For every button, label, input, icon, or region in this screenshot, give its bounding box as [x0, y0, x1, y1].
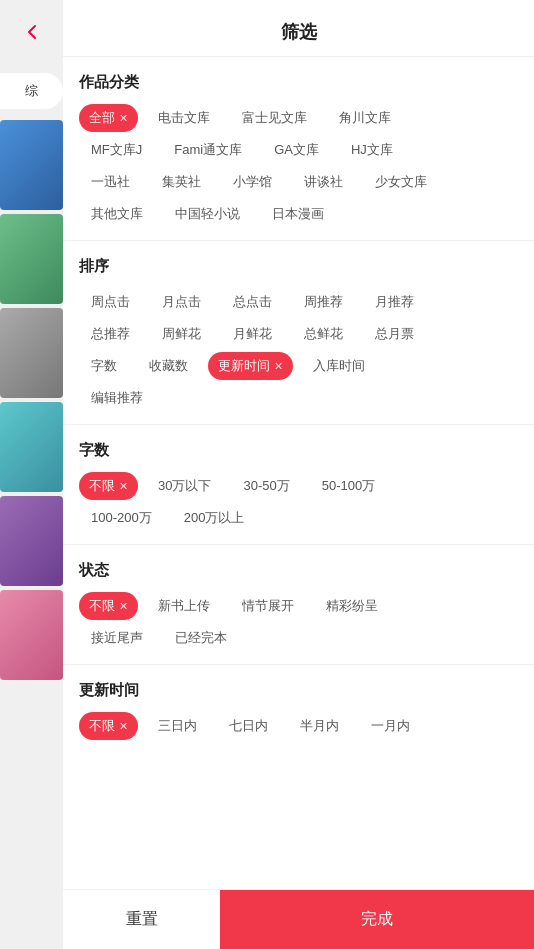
section-status: 状态 不限 ✕ 新书上传 情节展开 精彩纷呈 接近尾声 已经完本: [79, 545, 518, 664]
sidebar-card[interactable]: [0, 402, 63, 492]
section-title-update-time: 更新时间: [79, 681, 518, 700]
section-words: 字数 不限 ✕ 30万以下 30-50万 50-100万 100-200万 20…: [79, 425, 518, 544]
sidebar-card[interactable]: [0, 590, 63, 680]
words-tags-row1: 不限 ✕ 30万以下 30-50万 50-100万: [79, 472, 518, 500]
tag-三日内[interactable]: 三日内: [146, 712, 209, 740]
tag-情节展开[interactable]: 情节展开: [230, 592, 306, 620]
tag-50-100万[interactable]: 50-100万: [310, 472, 387, 500]
category-tags-row3: 一迅社 集英社 小学馆 讲谈社 少女文库: [79, 168, 518, 196]
tag-总鲜花[interactable]: 总鲜花: [292, 320, 355, 348]
tag-HJ文库[interactable]: HJ文库: [339, 136, 405, 164]
tag-少女文库[interactable]: 少女文库: [363, 168, 439, 196]
confirm-button[interactable]: 完成: [220, 890, 534, 949]
section-title-sort: 排序: [79, 257, 518, 276]
tag-MF文库J[interactable]: MF文库J: [79, 136, 154, 164]
sort-tags-row3: 字数 收藏数 更新时间 ✕ 入库时间: [79, 352, 518, 380]
tag-月推荐[interactable]: 月推荐: [363, 288, 426, 316]
tag-七日内[interactable]: 七日内: [217, 712, 280, 740]
tag-日本漫画[interactable]: 日本漫画: [260, 200, 336, 228]
tag-字数不限[interactable]: 不限 ✕: [79, 472, 138, 500]
reset-button[interactable]: 重置: [63, 890, 220, 949]
filter-panel: 筛选 作品分类 全部 ✕ 电击文库 富士见文库 角川文库 MF文库J Fami通…: [63, 0, 534, 949]
tag-富士见文库[interactable]: 富士见文库: [230, 104, 319, 132]
sort-tags-row1: 周点击 月点击 总点击 周推荐 月推荐: [79, 288, 518, 316]
tag-集英社[interactable]: 集英社: [150, 168, 213, 196]
sort-tags-row2: 总推荐 周鲜花 月鲜花 总鲜花 总月票: [79, 320, 518, 348]
tag-总点击[interactable]: 总点击: [221, 288, 284, 316]
tag-总月票[interactable]: 总月票: [363, 320, 426, 348]
category-tags-row1: 全部 ✕ 电击文库 富士见文库 角川文库: [79, 104, 518, 132]
category-tags-row2: MF文库J Fami通文库 GA文库 HJ文库: [79, 136, 518, 164]
tag-接近尾声[interactable]: 接近尾声: [79, 624, 155, 652]
tag-已经完本[interactable]: 已经完本: [163, 624, 239, 652]
tag-入库时间[interactable]: 入库时间: [301, 352, 377, 380]
tag-字数[interactable]: 字数: [79, 352, 129, 380]
tag-GA文库[interactable]: GA文库: [262, 136, 331, 164]
status-tags-row1: 不限 ✕ 新书上传 情节展开 精彩纷呈: [79, 592, 518, 620]
tag-全部[interactable]: 全部 ✕: [79, 104, 138, 132]
tag-电击文库[interactable]: 电击文库: [146, 104, 222, 132]
section-category: 作品分类 全部 ✕ 电击文库 富士见文库 角川文库 MF文库J Fami通文库 …: [79, 57, 518, 240]
update-time-tags-row1: 不限 ✕ 三日内 七日内 半月内 一月内: [79, 712, 518, 740]
status-tags-row2: 接近尾声 已经完本: [79, 624, 518, 652]
back-button[interactable]: [18, 18, 46, 46]
sidebar-card[interactable]: [0, 496, 63, 586]
section-title-status: 状态: [79, 561, 518, 580]
sidebar: 综: [0, 0, 63, 949]
section-title-words: 字数: [79, 441, 518, 460]
section-title-category: 作品分类: [79, 73, 518, 92]
sidebar-card[interactable]: [0, 214, 63, 304]
tag-小学馆[interactable]: 小学馆: [221, 168, 284, 196]
tag-Fami通文库[interactable]: Fami通文库: [162, 136, 254, 164]
tag-状态不限[interactable]: 不限 ✕: [79, 592, 138, 620]
tag-100-200万[interactable]: 100-200万: [79, 504, 164, 532]
tag-中国轻小说[interactable]: 中国轻小说: [163, 200, 252, 228]
sidebar-card-list: [0, 120, 63, 684]
category-tags-row4: 其他文库 中国轻小说 日本漫画: [79, 200, 518, 228]
tag-30万以下[interactable]: 30万以下: [146, 472, 223, 500]
tag-一月内[interactable]: 一月内: [359, 712, 422, 740]
sidebar-card[interactable]: [0, 308, 63, 398]
tag-其他文库[interactable]: 其他文库: [79, 200, 155, 228]
tag-周推荐[interactable]: 周推荐: [292, 288, 355, 316]
tag-月鲜花[interactable]: 月鲜花: [221, 320, 284, 348]
tag-一迅社[interactable]: 一迅社: [79, 168, 142, 196]
tag-角川文库[interactable]: 角川文库: [327, 104, 403, 132]
tag-200万以上[interactable]: 200万以上: [172, 504, 257, 532]
tag-总推荐[interactable]: 总推荐: [79, 320, 142, 348]
tag-月点击[interactable]: 月点击: [150, 288, 213, 316]
tag-精彩纷呈[interactable]: 精彩纷呈: [314, 592, 390, 620]
filter-header: 筛选: [63, 0, 534, 57]
tag-讲谈社[interactable]: 讲谈社: [292, 168, 355, 196]
sidebar-tab-综[interactable]: 综: [0, 73, 63, 109]
section-sort: 排序 周点击 月点击 总点击 周推荐 月推荐 总推荐 周鲜花 月鲜花 总鲜花 总…: [79, 241, 518, 424]
sort-tags-row4: 编辑推荐: [79, 384, 518, 412]
tag-更新时间[interactable]: 更新时间 ✕: [208, 352, 293, 380]
tag-半月内[interactable]: 半月内: [288, 712, 351, 740]
filter-content: 作品分类 全部 ✕ 电击文库 富士见文库 角川文库 MF文库J Fami通文库 …: [63, 57, 534, 889]
filter-footer: 重置 完成: [63, 889, 534, 949]
words-tags-row2: 100-200万 200万以上: [79, 504, 518, 532]
tag-周鲜花[interactable]: 周鲜花: [150, 320, 213, 348]
filter-title: 筛选: [281, 22, 317, 42]
tag-时间不限[interactable]: 不限 ✕: [79, 712, 138, 740]
section-update-time: 更新时间 不限 ✕ 三日内 七日内 半月内 一月内: [79, 665, 518, 752]
tag-周点击[interactable]: 周点击: [79, 288, 142, 316]
sidebar-card[interactable]: [0, 120, 63, 210]
tag-收藏数[interactable]: 收藏数: [137, 352, 200, 380]
tag-编辑推荐[interactable]: 编辑推荐: [79, 384, 155, 412]
tag-30-50万[interactable]: 30-50万: [231, 472, 301, 500]
tag-新书上传[interactable]: 新书上传: [146, 592, 222, 620]
